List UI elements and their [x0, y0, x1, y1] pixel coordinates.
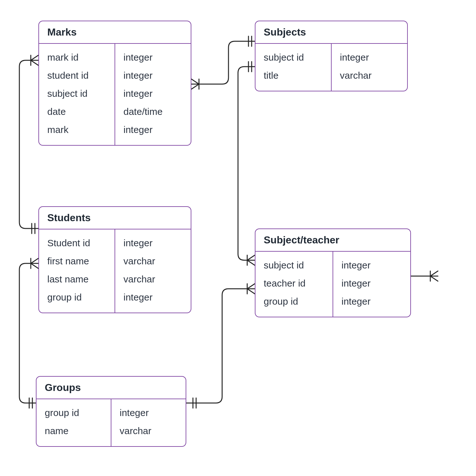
field-type: varchar: [340, 66, 399, 84]
entity-students: Students Student id first name last name…: [38, 206, 191, 313]
field-name: subject id: [264, 256, 324, 274]
field-name: subject id: [47, 84, 106, 102]
field-type: integer: [123, 288, 182, 306]
field-type: date/time: [123, 102, 182, 121]
field-name: Student id: [47, 234, 106, 252]
entity-groups: Groups group id name integer varchar: [36, 376, 186, 447]
field-name: mark: [47, 121, 106, 139]
field-name: group id: [45, 404, 102, 422]
field-name: teacher id: [264, 274, 324, 292]
field-type: integer: [341, 256, 402, 274]
field-type: integer: [340, 48, 399, 66]
field-type: integer: [123, 84, 182, 102]
field-name: name: [45, 422, 102, 440]
field-type: integer: [120, 404, 177, 422]
entity-title: Subjects: [255, 21, 407, 44]
field-name: first name: [47, 252, 106, 270]
field-type: varchar: [123, 252, 182, 270]
entity-title: Students: [39, 207, 191, 229]
entity-marks: Marks mark id student id subject id date…: [38, 21, 191, 146]
entity-title: Groups: [36, 377, 186, 399]
entity-title: Marks: [39, 21, 191, 44]
field-name: mark id: [47, 48, 106, 66]
field-type: integer: [341, 274, 402, 292]
entity-subject-teacher: Subject/teacher subject id teacher id gr…: [255, 228, 411, 317]
entity-title: Subject/teacher: [255, 229, 410, 252]
field-name: student id: [47, 66, 106, 84]
field-name: last name: [47, 270, 106, 288]
field-type: integer: [123, 234, 182, 252]
field-type: varchar: [120, 422, 177, 440]
field-type: varchar: [123, 270, 182, 288]
field-type: integer: [123, 121, 182, 139]
field-name: subject id: [264, 48, 323, 66]
field-name: title: [264, 66, 323, 84]
field-type: integer: [123, 48, 182, 66]
field-type: integer: [123, 66, 182, 84]
field-name: group id: [264, 292, 324, 310]
entity-subjects: Subjects subject id title integer varcha…: [255, 21, 408, 91]
field-type: integer: [341, 292, 402, 310]
field-name: group id: [47, 288, 106, 306]
field-name: date: [47, 102, 106, 121]
